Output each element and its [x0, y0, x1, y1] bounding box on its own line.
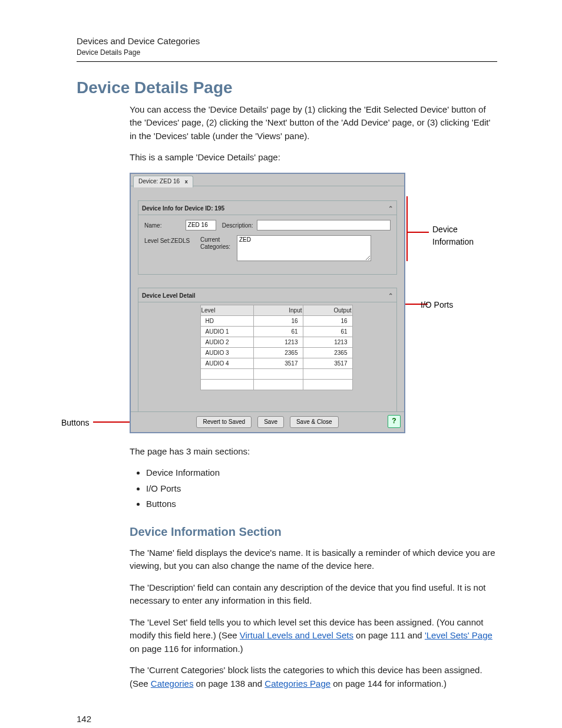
description-field[interactable]: [257, 220, 391, 230]
table-row[interactable]: AUDIO 1 61 61: [200, 326, 352, 337]
link-categories[interactable]: Categories: [151, 678, 194, 689]
collapse-icon[interactable]: ⌃: [388, 204, 393, 213]
intro-paragraph-2: This is a sample 'Device Details' page:: [130, 151, 497, 164]
table-row[interactable]: AUDIO 4 3517 3517: [200, 358, 352, 368]
app-window: Device: ZED 16 x Device Info for Device …: [130, 173, 405, 433]
header-rule: [77, 61, 497, 62]
list-item: Buttons: [146, 498, 497, 511]
callout-line: [406, 196, 408, 261]
subsection-p1: The 'Name' field displays the device's n…: [130, 546, 497, 573]
name-field[interactable]: [186, 220, 216, 230]
link-virtual-levels[interactable]: Virtual Levels and Level Sets: [240, 630, 353, 640]
table-row[interactable]: [200, 368, 352, 379]
subsection-p2: The 'Description' field can contain any …: [130, 581, 497, 608]
callout-line: [406, 232, 429, 233]
running-header-chapter: Devices and Device Categories: [77, 35, 497, 47]
page-number: 142: [77, 714, 497, 724]
level-detail-table: Level Input Output HD 16 16: [200, 305, 353, 390]
levelset-label: Level Set:: [144, 235, 171, 245]
sections-list: Device Information I/O Ports Buttons: [130, 466, 497, 511]
link-categories-page[interactable]: Categories Page: [265, 678, 330, 689]
description-label: Description:: [222, 220, 253, 230]
running-header-section: Device Details Page: [77, 48, 497, 57]
levelset-value: ZEDLS: [171, 235, 194, 245]
table-row[interactable]: AUDIO 2 1213 1213: [200, 337, 352, 347]
device-details-figure: Device Information I/O Ports Buttons Dev…: [130, 173, 497, 434]
name-label: Name:: [144, 220, 186, 230]
table-row[interactable]: AUDIO 3 2365 2365: [200, 347, 352, 358]
bottom-button-bar: Revert to Saved Save Save & Close ?: [131, 411, 404, 432]
page-title: Device Details Page: [77, 78, 497, 97]
table-row[interactable]: [200, 379, 352, 390]
panel-device-info: Device Info for Device ID: 195 ⌃ Name: D…: [138, 200, 397, 275]
sections-intro: The page has 3 main sections:: [130, 445, 497, 459]
link-level-sets-page[interactable]: 'Level Sets' Page: [425, 630, 492, 640]
list-item: I/O Ports: [146, 482, 497, 496]
collapse-icon[interactable]: ⌃: [388, 291, 393, 300]
callout-io-ports: I/O Ports: [421, 299, 453, 311]
subsection-p4: The 'Current Categories' block lists the…: [130, 664, 497, 690]
col-input: Input: [253, 305, 303, 315]
tab-label: Device: ZED 16: [138, 178, 180, 185]
callout-device-info: Device Information: [432, 223, 474, 248]
panel-device-level-detail: Device Level Detail ⌃ Level Input Output: [138, 288, 397, 413]
current-categories-label: Current Categories:: [200, 235, 233, 251]
subsection-p3: The 'Level Set' field tells you to which…: [130, 616, 497, 656]
intro-paragraph-1: You can access the 'Device Details' page…: [130, 103, 497, 143]
list-item: Device Information: [146, 466, 497, 480]
current-categories-field[interactable]: ZED: [237, 235, 371, 261]
tab-device[interactable]: Device: ZED 16 x: [133, 176, 193, 187]
callout-buttons: Buttons: [61, 417, 89, 429]
callout-line: [93, 421, 130, 423]
table-row[interactable]: HD 16 16: [200, 315, 352, 326]
help-icon[interactable]: ?: [388, 415, 401, 428]
close-icon[interactable]: x: [185, 179, 188, 185]
col-output: Output: [303, 305, 352, 315]
save-close-button[interactable]: Save & Close: [290, 416, 339, 428]
panel-device-info-title: Device Info for Device ID: 195: [142, 204, 224, 213]
col-level: Level: [200, 305, 253, 315]
save-button[interactable]: Save: [257, 416, 284, 428]
subsection-title: Device Information Section: [130, 523, 497, 541]
revert-button[interactable]: Revert to Saved: [196, 416, 252, 428]
panel-level-detail-title: Device Level Detail: [142, 291, 196, 300]
tab-bar: Device: ZED 16 x: [131, 174, 404, 186]
